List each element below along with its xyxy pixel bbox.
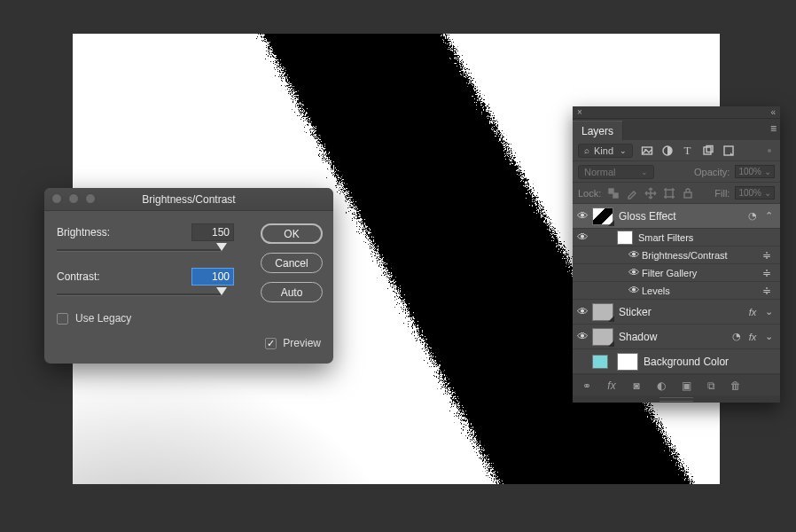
layer-filter-row: ⌕ Kind ⌄ T <box>573 140 780 161</box>
lock-artboard-icon[interactable] <box>662 186 675 200</box>
smart-filter-name: Brightness/Contrast <box>642 250 762 261</box>
blend-mode-value: Normal <box>584 167 615 177</box>
visibility-toggle[interactable]: 👁 <box>573 330 592 343</box>
filter-mask-thumbnail[interactable] <box>617 231 633 245</box>
expand-icon[interactable]: ⌃ <box>761 210 776 222</box>
filter-type-icon[interactable]: T <box>681 144 694 157</box>
lock-all-icon[interactable] <box>681 186 694 200</box>
fx-icon[interactable]: fx <box>745 307 761 317</box>
auto-button[interactable]: Auto <box>261 282 323 302</box>
expand-icon[interactable]: ⌄ <box>761 306 776 317</box>
panel-resize-handle[interactable] <box>573 395 780 403</box>
filter-toggle[interactable] <box>768 149 771 153</box>
svg-rect-10 <box>609 189 613 193</box>
smart-filter-filter-gallery[interactable]: 👁 Filter Gallery ≑ <box>573 264 780 282</box>
delete-layer-icon[interactable]: 🗑 <box>729 379 743 392</box>
visibility-toggle[interactable]: 👁 <box>626 266 642 279</box>
layer-thumbnail[interactable] <box>592 328 613 346</box>
filter-pixel-icon[interactable] <box>640 144 653 157</box>
smart-filter-icon[interactable]: ◔ <box>729 331 745 342</box>
opacity-label: Opacity: <box>694 167 730 177</box>
layer-name[interactable]: Sticker <box>619 306 745 318</box>
traffic-minimize[interactable] <box>68 193 79 204</box>
layer-thumbnail[interactable] <box>592 207 613 225</box>
lock-position-icon[interactable] <box>644 186 657 200</box>
dialog-titlebar[interactable]: Brightness/Contrast <box>44 188 333 211</box>
layers-list: 👁 Gloss Effect ◔ ⌃ 👁 Smart Filters 👁 Bri… <box>573 204 780 374</box>
filter-blend-options-icon[interactable]: ≑ <box>762 249 776 262</box>
svg-rect-12 <box>666 190 673 197</box>
tab-layers[interactable]: Layers <box>573 121 623 140</box>
new-layer-icon[interactable]: ⧉ <box>704 379 718 392</box>
filter-blend-options-icon[interactable]: ≑ <box>762 285 776 297</box>
smart-filters-label: Smart Filters <box>638 232 776 243</box>
preview-checkbox[interactable] <box>265 338 277 349</box>
filter-kind-dropdown[interactable]: ⌕ Kind ⌄ <box>578 144 633 158</box>
layers-panel: × « Layers ≡ ⌕ Kind ⌄ T Normal⌄ Opacity:… <box>573 106 780 403</box>
new-adjustment-icon[interactable]: ◐ <box>654 379 668 392</box>
expand-icon[interactable]: ⌄ <box>761 331 776 342</box>
dialog-title: Brightness/Contrast <box>142 193 235 206</box>
layer-thumbnail[interactable] <box>592 303 613 321</box>
new-group-icon[interactable]: ▣ <box>679 379 693 392</box>
layer-row-gloss-effect[interactable]: 👁 Gloss Effect ◔ ⌃ <box>573 204 780 229</box>
lock-pixels-icon[interactable] <box>625 186 638 200</box>
panel-menu-icon[interactable]: ≡ <box>770 122 776 135</box>
svg-rect-13 <box>684 192 691 198</box>
panel-collapse-icon[interactable]: « <box>770 107 776 117</box>
filter-blend-options-icon[interactable]: ≑ <box>762 267 776 279</box>
smart-filter-icon[interactable]: ◔ <box>745 210 761 222</box>
layer-name[interactable]: Gloss Effect <box>619 210 745 223</box>
lock-transparent-icon[interactable] <box>606 186 620 200</box>
svg-rect-11 <box>613 193 618 198</box>
use-legacy-checkbox[interactable] <box>57 313 68 325</box>
layer-name[interactable]: Background Color <box>644 356 776 368</box>
smart-filter-name: Levels <box>642 286 762 296</box>
visibility-toggle[interactable]: 👁 <box>573 305 592 318</box>
smart-filter-name: Filter Gallery <box>642 268 762 278</box>
smart-filters-row[interactable]: 👁 Smart Filters <box>573 229 780 246</box>
use-legacy-label: Use Legacy <box>75 312 131 325</box>
filter-adjust-icon[interactable] <box>660 144 674 157</box>
mask-thumbnail[interactable] <box>617 353 638 371</box>
contrast-input[interactable] <box>191 268 234 286</box>
fx-icon[interactable]: fx <box>745 332 761 342</box>
brightness-contrast-dialog: Brightness/Contrast OK Cancel Auto Brigh… <box>44 188 333 364</box>
visibility-toggle[interactable]: 👁 <box>626 284 642 297</box>
preview-label: Preview <box>283 337 321 349</box>
visibility-toggle[interactable]: 👁 <box>626 248 642 262</box>
svg-rect-7 <box>704 147 711 154</box>
add-mask-icon[interactable]: ◙ <box>629 379 644 392</box>
lock-row: Lock: Fill: 100%⌄ <box>573 183 780 204</box>
blend-mode-dropdown[interactable]: Normal⌄ <box>578 165 654 179</box>
brightness-slider-thumb[interactable] <box>216 243 227 251</box>
visibility-toggle[interactable]: 👁 <box>573 209 592 223</box>
brightness-input[interactable] <box>191 223 234 241</box>
contrast-label: Contrast: <box>57 270 128 283</box>
link-layers-icon[interactable]: ⚭ <box>580 379 594 392</box>
smart-filter-brightness-contrast[interactable]: 👁 Brightness/Contrast ≑ <box>573 246 780 264</box>
smart-filter-levels[interactable]: 👁 Levels ≑ <box>573 282 780 300</box>
filter-smart-icon[interactable] <box>722 144 735 157</box>
layer-name[interactable]: Shadow <box>619 331 729 343</box>
panel-close-icon[interactable]: × <box>577 107 582 117</box>
fill-thumbnail[interactable] <box>592 355 608 369</box>
traffic-close[interactable] <box>51 193 62 204</box>
cancel-button[interactable]: Cancel <box>261 253 323 273</box>
layer-row-sticker[interactable]: 👁 Sticker fx ⌄ <box>573 300 780 325</box>
filter-kind-label: Kind <box>594 145 613 156</box>
contrast-slider[interactable] <box>57 289 222 301</box>
traffic-zoom[interactable] <box>85 193 96 204</box>
layers-footer: ⚭ fx ◙ ◐ ▣ ⧉ 🗑 <box>573 374 780 395</box>
layer-row-shadow[interactable]: 👁 Shadow ◔ fx ⌄ <box>573 325 780 349</box>
fill-input[interactable]: 100%⌄ <box>735 186 775 200</box>
opacity-input[interactable]: 100%⌄ <box>735 165 775 178</box>
layer-row-background-color[interactable]: 👁 Background Color <box>573 349 780 374</box>
visibility-toggle[interactable]: 👁 <box>573 231 592 244</box>
brightness-slider[interactable] <box>57 245 222 257</box>
layer-fx-icon[interactable]: fx <box>605 379 619 392</box>
contrast-slider-thumb[interactable] <box>216 287 227 295</box>
filter-shape-icon[interactable] <box>701 144 714 157</box>
blend-opacity-row: Normal⌄ Opacity: 100%⌄ <box>573 161 780 183</box>
ok-button[interactable]: OK <box>261 223 323 244</box>
